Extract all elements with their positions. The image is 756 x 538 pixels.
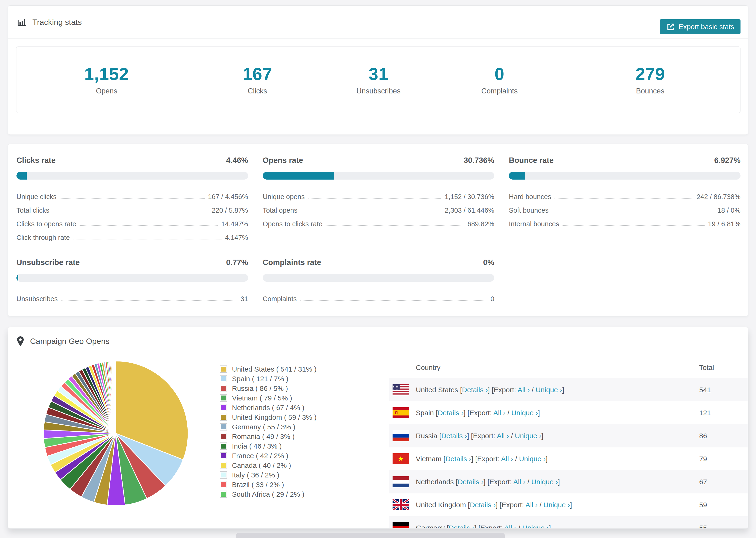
geo-pie-chart[interactable] <box>38 356 193 511</box>
rate-value: 30.736% <box>464 156 494 165</box>
flag-us-icon <box>393 384 409 395</box>
export-all-link[interactable]: All › <box>504 524 516 529</box>
rate-detail-row: Opens to clicks rate689.82% <box>263 214 495 228</box>
legend-item-united-kingdom[interactable]: United Kingdom ( 59 / 3% ) <box>220 412 316 422</box>
rate-progress-fill <box>263 172 334 180</box>
rate-title: Clicks rate <box>17 156 56 165</box>
legend-item-south-africa[interactable]: South Africa ( 29 / 2% ) <box>220 489 316 499</box>
legend-item-india[interactable]: India ( 46 / 3% ) <box>220 441 316 451</box>
country-name: Germany <box>416 524 447 529</box>
legend-label: Germany ( 55 / 3% ) <box>232 423 296 431</box>
es-flag <box>393 407 409 418</box>
nl-flag <box>393 476 409 487</box>
ru-flag <box>393 430 409 441</box>
stat-value: 31 <box>369 64 388 84</box>
rate-detail-value: 167 / 4.456% <box>205 193 248 201</box>
legend-item-france[interactable]: France ( 42 / 2% ) <box>220 451 316 460</box>
stat-label: Clicks <box>248 87 267 95</box>
legend-swatch-icon <box>220 481 227 488</box>
geo-total-cell: 121 <box>699 409 711 417</box>
legend-item-netherlands[interactable]: Netherlands ( 67 / 4% ) <box>220 403 316 412</box>
legend-item-canada[interactable]: Canada ( 40 / 2% ) <box>220 460 316 470</box>
geo-table-row-netherlands: Netherlands [Details ›] [Export: All › /… <box>389 470 747 493</box>
rate-detail-value: 0 <box>487 295 494 303</box>
rate-detail-row: Total clicks220 / 5.87% <box>17 201 248 214</box>
details-link[interactable]: Details › <box>449 524 474 529</box>
geo-country-cell: United Kingdom [Details ›] [Export: All … <box>416 501 572 509</box>
details-link[interactable]: Details › <box>441 432 467 440</box>
legend-item-germany[interactable]: Germany ( 55 / 3% ) <box>220 422 316 432</box>
export-all-link[interactable]: All › <box>493 409 506 417</box>
legend-label: India ( 46 / 3% ) <box>232 442 282 450</box>
rate-title: Bounce rate <box>509 156 554 165</box>
geo-total-cell: 59 <box>699 501 707 509</box>
legend-swatch-icon <box>220 443 227 450</box>
details-link[interactable]: Details › <box>458 478 483 486</box>
legend-item-united-states[interactable]: United States ( 541 / 31% ) <box>220 364 316 374</box>
legend-swatch-icon <box>220 365 227 373</box>
export-unique-link[interactable]: Unique › <box>515 432 541 440</box>
geo-table-header: Country Total <box>389 357 747 378</box>
rate-block-complaints-rate: Complaints rate0%Complaints0 <box>263 258 495 303</box>
details-link[interactable]: Details › <box>470 501 496 509</box>
export-all-link[interactable]: All › <box>501 455 513 463</box>
gb-flag <box>393 499 409 510</box>
legend-swatch-icon <box>220 452 227 459</box>
country-name: United States <box>416 386 460 394</box>
geo-table-row-russia: Russia [Details ›] [Export: All › / Uniq… <box>389 424 747 447</box>
export-unique-link[interactable]: Unique › <box>512 409 538 417</box>
export-unique-link[interactable]: Unique › <box>536 386 562 394</box>
horizontal-scrollbar-thumb[interactable] <box>236 533 505 538</box>
export-all-link[interactable]: All › <box>525 501 538 509</box>
legend-item-romania[interactable]: Romania ( 49 / 3% ) <box>220 432 316 441</box>
rate-detail-row: Soft bounces18 / 0% <box>509 201 740 214</box>
export-unique-link[interactable]: Unique › <box>522 524 549 529</box>
legend-item-spain[interactable]: Spain ( 121 / 7% ) <box>220 374 316 384</box>
rate-detail-label: Total clicks <box>17 207 53 214</box>
rate-block-unsubscribe-rate: Unsubscribe rate0.77%Unsubscribes31 <box>17 258 248 303</box>
export-all-link[interactable]: All › <box>513 478 525 486</box>
export-unique-link[interactable]: Unique › <box>531 478 558 486</box>
legend-label: France ( 42 / 2% ) <box>232 452 288 460</box>
legend-swatch-icon <box>220 471 227 479</box>
rate-detail-label: Unsubscribes <box>17 295 61 303</box>
details-link[interactable]: Details › <box>438 409 463 417</box>
export-all-link[interactable]: All › <box>497 432 509 440</box>
rate-detail-label: Complaints <box>263 295 300 303</box>
stat-value: 0 <box>495 64 504 84</box>
rate-detail-row: Click through rate4.147% <box>17 228 248 242</box>
legend-swatch-icon <box>220 491 227 498</box>
details-link[interactable]: Details › <box>462 386 488 394</box>
rate-detail-value: 18 / 0% <box>714 207 740 214</box>
geo-header: Campaign Geo Opens <box>8 327 748 355</box>
vn-flag <box>393 453 409 464</box>
rate-detail-row: Complaints0 <box>263 289 495 303</box>
legend-item-brazil[interactable]: Brazil ( 33 / 2% ) <box>220 480 316 489</box>
geo-country-cell: Spain [Details ›] [Export: All › / Uniqu… <box>416 409 540 417</box>
geo-total-cell: 79 <box>699 455 707 463</box>
rate-progress-fill <box>17 172 27 180</box>
export-unique-link[interactable]: Unique › <box>544 501 570 509</box>
stat-value: 167 <box>243 64 272 84</box>
rate-detail-label: Hard bounces <box>509 193 555 201</box>
dotted-leader <box>555 198 693 198</box>
rate-progress-fill <box>509 172 525 180</box>
geo-country-cell: Russia [Details ›] [Export: All › / Uniq… <box>416 432 544 440</box>
legend-label: Canada ( 40 / 2% ) <box>232 461 291 469</box>
rate-detail-label: Clicks to opens rate <box>17 220 80 228</box>
legend-item-vietnam[interactable]: Vietnam ( 79 / 5% ) <box>220 393 316 403</box>
legend-item-russia[interactable]: Russia ( 86 / 5% ) <box>220 384 316 393</box>
flag-vn-icon <box>393 453 409 464</box>
export-unique-link[interactable]: Unique › <box>519 455 546 463</box>
details-link[interactable]: Details › <box>445 455 471 463</box>
dotted-leader <box>61 300 237 301</box>
flag-gb-icon <box>393 499 409 510</box>
export-basic-stats-button[interactable]: Export basic stats <box>660 19 740 34</box>
geo-total-cell: 541 <box>699 386 711 394</box>
rate-detail-label: Unique opens <box>263 193 308 201</box>
geo-country-cell: United States [Details ›] [Export: All ›… <box>416 386 564 394</box>
rate-progress-bar <box>509 172 740 180</box>
legend-item-italy[interactable]: Italy ( 36 / 2% ) <box>220 470 316 480</box>
rate-value: 0.77% <box>226 258 248 267</box>
export-all-link[interactable]: All › <box>518 386 530 394</box>
